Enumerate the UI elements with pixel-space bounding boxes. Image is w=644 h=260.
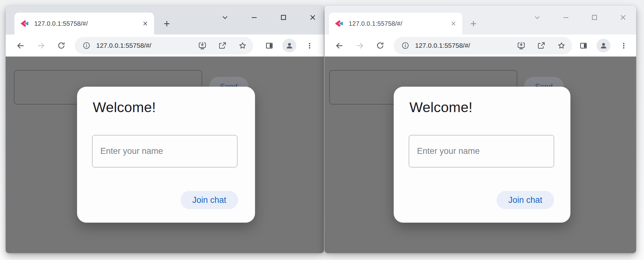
welcome-dialog: Welcome! Join chat [77, 87, 255, 223]
dialog-title: Welcome! [409, 99, 473, 116]
share-icon[interactable] [218, 41, 227, 50]
reload-button[interactable] [373, 39, 387, 52]
new-tab-button[interactable] [467, 17, 480, 30]
toolbar-right-actions [262, 39, 316, 52]
close-window-button[interactable] [616, 10, 630, 24]
back-button[interactable] [14, 39, 27, 52]
maximize-button[interactable] [276, 10, 290, 24]
tab-strip: 127.0.0.1:55758/#/ [325, 6, 636, 35]
browser-window-left: 127.0.0.1:55758/#/ [6, 6, 324, 253]
tab-close-icon[interactable] [141, 19, 150, 28]
share-icon[interactable] [537, 41, 546, 50]
install-app-icon[interactable] [198, 41, 207, 50]
forward-button[interactable] [34, 39, 48, 52]
url-text: 127.0.0.1:55758/#/ [415, 42, 470, 49]
join-chat-button[interactable]: Join chat [497, 191, 554, 209]
tab-strip: 127.0.0.1:55758/#/ [6, 6, 324, 35]
side-panel-icon[interactable] [576, 39, 590, 52]
bookmark-star-icon[interactable] [238, 41, 247, 50]
flet-favicon-icon [21, 20, 29, 27]
tab-close-icon[interactable] [449, 19, 458, 28]
new-tab-button[interactable] [160, 17, 173, 30]
site-info-icon[interactable] [82, 41, 91, 50]
site-info-icon[interactable] [401, 41, 410, 50]
tab-title: 127.0.0.1:55758/#/ [34, 20, 141, 27]
profile-avatar-button[interactable] [597, 39, 610, 52]
url-text: 127.0.0.1:55758/#/ [96, 42, 151, 49]
flet-favicon-icon [335, 20, 344, 27]
window-controls [530, 10, 630, 24]
omnibox-actions [517, 41, 566, 50]
minimize-button[interactable] [247, 10, 261, 24]
dialog-title: Welcome! [93, 99, 156, 116]
side-panel-icon[interactable] [262, 39, 276, 52]
install-app-icon[interactable] [517, 41, 525, 50]
tab-title: 127.0.0.1:55758/#/ [349, 20, 449, 27]
reload-button[interactable] [54, 39, 68, 52]
tab-search-chevron-icon[interactable] [530, 10, 544, 24]
bookmark-star-icon[interactable] [557, 41, 566, 50]
menu-kebab-icon[interactable] [617, 39, 630, 52]
page-viewport-scrim: Send Welcome! Join chat [325, 57, 636, 253]
omnibox-actions [198, 41, 247, 50]
toolbar-right-actions [576, 39, 630, 52]
address-bar[interactable]: 127.0.0.1:55758/#/ [394, 37, 572, 54]
name-input[interactable] [92, 135, 237, 167]
address-bar[interactable]: 127.0.0.1:55758/#/ [75, 37, 253, 54]
welcome-dialog: Welcome! Join chat [394, 87, 570, 223]
browser-tab[interactable]: 127.0.0.1:55758/#/ [14, 13, 154, 35]
profile-avatar-button[interactable] [282, 39, 296, 52]
maximize-button[interactable] [587, 10, 601, 24]
back-button[interactable] [332, 39, 346, 52]
name-input[interactable] [409, 135, 554, 167]
minimize-button[interactable] [559, 10, 573, 24]
browser-window-right: 127.0.0.1:55758/#/ [325, 6, 636, 253]
window-controls [218, 10, 319, 24]
close-window-button[interactable] [306, 10, 319, 24]
tab-search-chevron-icon[interactable] [218, 10, 232, 24]
menu-kebab-icon[interactable] [303, 39, 316, 52]
join-chat-button[interactable]: Join chat [180, 191, 238, 209]
page-viewport-scrim: Send Welcome! Join chat [6, 57, 324, 253]
browser-tab[interactable]: 127.0.0.1:55758/#/ [329, 13, 462, 35]
forward-button[interactable] [353, 39, 367, 52]
